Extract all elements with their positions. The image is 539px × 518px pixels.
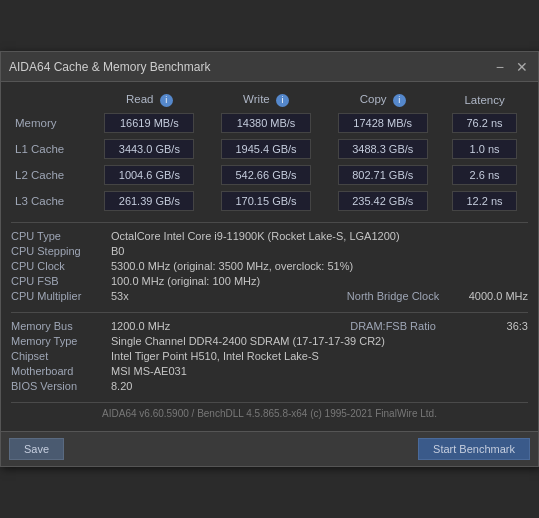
cpu-info-section: CPU Type OctalCore Intel Core i9-11900K … — [11, 229, 528, 304]
bench-latency: 2.6 ns — [441, 162, 528, 188]
benchmark-table: Read i Write i Copy i Latency Memory — [11, 90, 528, 213]
bench-latency: 12.2 ns — [441, 188, 528, 214]
mem-info-section: Memory Bus 1200.0 MHz DRAM:FSB Ratio 36:… — [11, 319, 528, 394]
write-info-icon[interactable]: i — [276, 94, 289, 107]
mem-info-right-label: DRAM:FSB Ratio — [338, 320, 448, 332]
mem-info-row-4: BIOS Version 8.20 — [11, 379, 528, 394]
mem-info-value: 8.20 — [111, 380, 528, 392]
bench-label: L2 Cache — [11, 162, 91, 188]
mem-info-label: Memory Bus — [11, 320, 111, 332]
mem-info-value: Single Channel DDR4-2400 SDRAM (17-17-17… — [111, 335, 528, 347]
mem-info-value: Intel Tiger Point H510, Intel Rocket Lak… — [111, 350, 528, 362]
window-title: AIDA64 Cache & Memory Benchmark — [9, 60, 210, 74]
cpu-info-label: CPU Clock — [11, 260, 111, 272]
col-write-header: Write i — [208, 90, 325, 109]
divider-1 — [11, 222, 528, 223]
cpu-info-right-value: 4000.0 MHz — [448, 290, 528, 302]
cpu-info-label: CPU Type — [11, 230, 111, 242]
mem-info-right-value: 36:3 — [448, 320, 528, 332]
main-window: AIDA64 Cache & Memory Benchmark − ✕ Read… — [0, 51, 539, 466]
mem-info-label: BIOS Version — [11, 380, 111, 392]
main-content: Read i Write i Copy i Latency Memory — [1, 82, 538, 430]
mem-info-value: 1200.0 MHz — [111, 320, 338, 332]
mem-info-row-2: Chipset Intel Tiger Point H510, Intel Ro… — [11, 349, 528, 364]
bench-copy: 3488.3 GB/s — [324, 136, 441, 162]
bench-label: Memory — [11, 110, 91, 136]
col-label-header — [11, 90, 91, 109]
cpu-info-row-1: CPU Stepping B0 — [11, 244, 528, 259]
cpu-info-label: CPU Stepping — [11, 245, 111, 257]
bench-label: L1 Cache — [11, 136, 91, 162]
bench-row-l2cache: L2 Cache 1004.6 GB/s 542.66 GB/s 802.71 … — [11, 162, 528, 188]
cpu-info-value: B0 — [111, 245, 528, 257]
cpu-info-value: 100.0 MHz (original: 100 MHz) — [111, 275, 528, 287]
cpu-info-value: OctalCore Intel Core i9-11900K (Rocket L… — [111, 230, 528, 242]
bench-copy: 17428 MB/s — [324, 110, 441, 136]
mem-info-row-1: Memory Type Single Channel DDR4-2400 SDR… — [11, 334, 528, 349]
cpu-info-row-0: CPU Type OctalCore Intel Core i9-11900K … — [11, 229, 528, 244]
bench-read: 1004.6 GB/s — [91, 162, 208, 188]
mem-info-row-3: Motherboard MSI MS-AE031 — [11, 364, 528, 379]
save-button[interactable]: Save — [9, 438, 64, 460]
cpu-info-label: CPU Multiplier — [11, 290, 111, 302]
bench-row-l3cache: L3 Cache 261.39 GB/s 170.15 GB/s 235.42 … — [11, 188, 528, 214]
bench-read: 261.39 GB/s — [91, 188, 208, 214]
cpu-info-value: 53x — [111, 290, 338, 302]
titlebar: AIDA64 Cache & Memory Benchmark − ✕ — [1, 52, 538, 82]
bottom-bar: Save Start Benchmark — [1, 431, 538, 466]
bench-row-l1cache: L1 Cache 3443.0 GB/s 1945.4 GB/s 3488.3 … — [11, 136, 528, 162]
mem-info-row-0: Memory Bus 1200.0 MHz DRAM:FSB Ratio 36:… — [11, 319, 528, 334]
footer-text: AIDA64 v6.60.5900 / BenchDLL 4.5.865.8-x… — [11, 402, 528, 423]
bench-latency: 76.2 ns — [441, 110, 528, 136]
bench-write: 14380 MB/s — [208, 110, 325, 136]
mem-info-label: Chipset — [11, 350, 111, 362]
bench-write: 170.15 GB/s — [208, 188, 325, 214]
mem-info-label: Memory Type — [11, 335, 111, 347]
bench-latency: 1.0 ns — [441, 136, 528, 162]
bench-row-memory: Memory 16619 MB/s 14380 MB/s 17428 MB/s … — [11, 110, 528, 136]
cpu-info-row-4: CPU Multiplier 53x North Bridge Clock 40… — [11, 289, 528, 304]
mem-info-label: Motherboard — [11, 365, 111, 377]
divider-2 — [11, 312, 528, 313]
close-button[interactable]: ✕ — [514, 60, 530, 74]
mem-info-value: MSI MS-AE031 — [111, 365, 528, 377]
bench-read: 16619 MB/s — [91, 110, 208, 136]
read-info-icon[interactable]: i — [160, 94, 173, 107]
cpu-info-right-label: North Bridge Clock — [338, 290, 448, 302]
cpu-info-label: CPU FSB — [11, 275, 111, 287]
col-latency-header: Latency — [441, 90, 528, 109]
cpu-info-row-2: CPU Clock 5300.0 MHz (original: 3500 MHz… — [11, 259, 528, 274]
bench-label: L3 Cache — [11, 188, 91, 214]
bench-copy: 235.42 GB/s — [324, 188, 441, 214]
bench-write: 542.66 GB/s — [208, 162, 325, 188]
col-copy-header: Copy i — [324, 90, 441, 109]
cpu-info-row-3: CPU FSB 100.0 MHz (original: 100 MHz) — [11, 274, 528, 289]
bench-copy: 802.71 GB/s — [324, 162, 441, 188]
window-controls: − ✕ — [494, 60, 530, 74]
cpu-info-value: 5300.0 MHz (original: 3500 MHz, overcloc… — [111, 260, 528, 272]
bench-read: 3443.0 GB/s — [91, 136, 208, 162]
minimize-button[interactable]: − — [494, 60, 506, 74]
bench-write: 1945.4 GB/s — [208, 136, 325, 162]
benchmark-button[interactable]: Start Benchmark — [418, 438, 530, 460]
col-read-header: Read i — [91, 90, 208, 109]
copy-info-icon[interactable]: i — [393, 94, 406, 107]
